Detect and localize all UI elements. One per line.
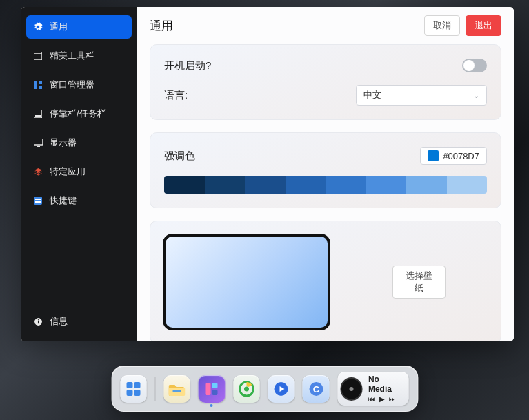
stack-icon xyxy=(33,167,43,177)
card-wallpaper: 选择壁纸 xyxy=(150,221,501,341)
svg-rect-24 xyxy=(212,383,218,388)
startup-toggle[interactable] xyxy=(462,59,487,72)
header-buttons: 取消 退出 xyxy=(424,15,501,36)
sidebar-item-dock-taskbar[interactable]: 停靠栏/任务栏 xyxy=(26,102,132,126)
svg-rect-12 xyxy=(39,199,41,200)
accent-chip xyxy=(428,150,439,161)
row-language: 语言: 中文 ⌄ xyxy=(164,85,487,106)
accent-swatch[interactable] xyxy=(406,176,447,194)
svg-rect-4 xyxy=(39,86,42,89)
sidebar-item-label: 特定应用 xyxy=(50,166,86,178)
sidebar-item-label: 通用 xyxy=(50,21,68,33)
svg-rect-13 xyxy=(35,201,41,203)
media-play-button[interactable]: ▶ xyxy=(379,395,385,403)
language-label: 语言: xyxy=(164,89,188,102)
content: 开机启动? 语言: 中文 ⌄ 强调色 #0078D7 xyxy=(137,44,514,341)
dock-current-app-icon[interactable] xyxy=(199,375,225,403)
accent-swatches xyxy=(164,176,487,194)
card-general: 开机启动? 语言: 中文 ⌄ xyxy=(150,44,501,120)
svg-rect-7 xyxy=(34,139,43,145)
cancel-button[interactable]: 取消 xyxy=(424,15,460,36)
dock-icon xyxy=(33,109,43,119)
svg-rect-2 xyxy=(34,81,37,89)
svg-rect-15 xyxy=(37,321,38,323)
sidebar-item-shortcuts[interactable]: 快捷键 xyxy=(26,189,132,212)
header: 通用 取消 退出 xyxy=(137,7,514,44)
svg-rect-25 xyxy=(212,390,218,395)
svg-rect-9 xyxy=(34,197,42,205)
media-next-button[interactable]: ⏭ xyxy=(389,395,396,403)
svg-text:C: C xyxy=(312,384,319,394)
svg-rect-23 xyxy=(206,383,211,395)
exit-button[interactable]: 退出 xyxy=(466,15,501,36)
keyboard-icon xyxy=(33,196,43,206)
accent-swatch[interactable] xyxy=(366,176,407,194)
svg-point-16 xyxy=(37,319,38,320)
choose-wallpaper-button[interactable]: 选择壁纸 xyxy=(392,266,446,299)
sidebar-item-general[interactable]: 通用 xyxy=(26,15,132,39)
chevron-down-icon: ⌄ xyxy=(473,91,479,100)
language-value: 中文 xyxy=(363,89,381,101)
card-accent: 强调色 #0078D7 xyxy=(150,132,501,208)
sidebar-items: 通用 精美工具栏 窗口管理器 停靠栏/任务栏 显示器 特定应用 xyxy=(26,15,132,310)
gear-icon xyxy=(33,22,43,32)
sidebar-item-specific-app[interactable]: 特定应用 xyxy=(26,160,132,183)
sidebar-footer-label: 信息 xyxy=(50,315,68,328)
accent-label: 强调色 xyxy=(164,150,195,163)
sidebar-item-toolbar[interactable]: 精美工具栏 xyxy=(26,44,132,68)
media-title: No Media xyxy=(368,374,403,394)
settings-window: 通用 精美工具栏 窗口管理器 停靠栏/任务栏 显示器 特定应用 xyxy=(21,7,514,341)
accent-swatch[interactable] xyxy=(164,176,205,194)
media-disc-icon xyxy=(340,377,363,401)
accent-swatch[interactable] xyxy=(245,176,286,194)
startup-label: 开机启动? xyxy=(164,59,211,72)
sidebar-item-label: 窗口管理器 xyxy=(50,79,94,91)
language-select[interactable]: 中文 ⌄ xyxy=(356,85,487,106)
page-title: 通用 xyxy=(150,18,173,34)
svg-rect-20 xyxy=(134,390,140,396)
accent-swatch[interactable] xyxy=(447,176,488,194)
dock-file-explorer-icon[interactable] xyxy=(163,375,190,403)
main-panel: 通用 取消 退出 开机启动? 语言: 中文 ⌄ xyxy=(137,7,514,341)
dock-browser-360-icon[interactable] xyxy=(233,375,259,403)
accent-swatch[interactable] xyxy=(205,176,246,194)
sidebar-item-label: 显示器 xyxy=(50,137,77,149)
sidebar-item-window-manager[interactable]: 窗口管理器 xyxy=(26,73,132,97)
media-controls: ⏮ ▶ ⏭ xyxy=(368,395,403,403)
sidebar-item-label: 精美工具栏 xyxy=(50,50,94,62)
svg-rect-17 xyxy=(126,382,132,388)
accent-value-text: #0078D7 xyxy=(443,151,479,161)
svg-rect-10 xyxy=(35,199,37,200)
dock-app-c-icon[interactable]: C xyxy=(303,375,329,403)
dock-divider xyxy=(154,377,155,401)
sidebar-item-info[interactable]: 信息 xyxy=(26,310,132,333)
dock: C No Media ⏮ ▶ ⏭ xyxy=(111,366,418,412)
row-wallpaper: 选择壁纸 xyxy=(163,234,446,330)
svg-rect-11 xyxy=(37,199,39,200)
window-icon xyxy=(33,51,43,61)
accent-swatch[interactable] xyxy=(326,176,366,194)
accent-value-box[interactable]: #0078D7 xyxy=(420,147,487,165)
row-startup: 开机启动? xyxy=(164,59,487,72)
info-icon xyxy=(33,317,43,326)
monitor-icon xyxy=(33,138,43,148)
svg-rect-19 xyxy=(126,390,132,396)
media-prev-button[interactable]: ⏮ xyxy=(368,395,375,403)
accent-swatch[interactable] xyxy=(286,176,326,194)
svg-rect-0 xyxy=(34,52,42,60)
media-info: No Media ⏮ ▶ ⏭ xyxy=(368,374,403,403)
row-accent: 强调色 #0078D7 xyxy=(164,147,487,165)
svg-rect-3 xyxy=(39,81,42,84)
dock-media-widget[interactable]: No Media ⏮ ▶ ⏭ xyxy=(337,372,409,406)
svg-rect-22 xyxy=(173,390,181,392)
dock-video-player-icon[interactable] xyxy=(268,375,295,403)
svg-rect-6 xyxy=(35,115,41,117)
svg-rect-5 xyxy=(34,110,42,118)
svg-point-27 xyxy=(244,386,249,391)
svg-rect-18 xyxy=(134,382,140,388)
dock-apps-icon[interactable] xyxy=(120,375,146,403)
layout-icon xyxy=(33,80,43,90)
sidebar-item-display[interactable]: 显示器 xyxy=(26,131,132,154)
wallpaper-preview[interactable] xyxy=(163,234,330,330)
sidebar-item-label: 快捷键 xyxy=(50,194,77,207)
